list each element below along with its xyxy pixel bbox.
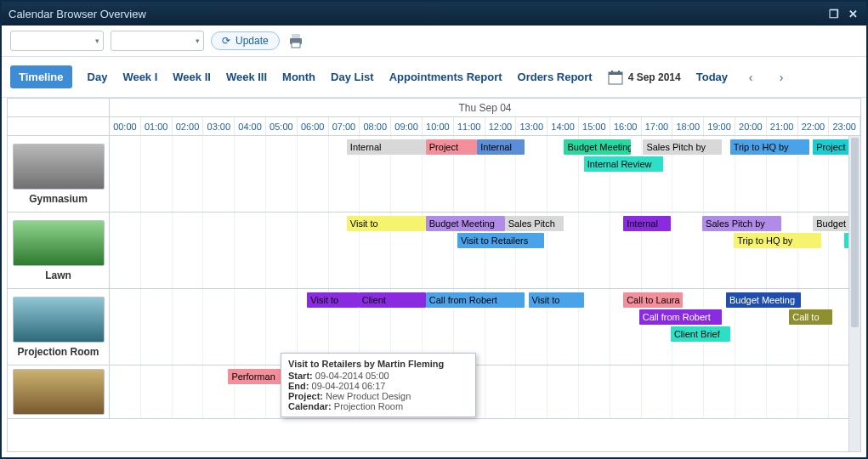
tab-week-ii[interactable]: Week II [173,71,211,83]
calendar-event[interactable]: Trip to HQ by [734,233,820,248]
tab-appointments-report[interactable]: Appointments Report [389,71,502,83]
update-label: Update [235,35,269,47]
tab-timeline[interactable]: Timeline [10,65,72,88]
print-button[interactable] [286,31,305,50]
vertical-scrollbar[interactable] [848,136,860,451]
resource-row: LawnVisit toBudget MeetingSales PitchInt… [8,212,860,289]
tab-week-iii[interactable]: Week III [226,71,267,83]
tab-month[interactable]: Month [282,71,315,83]
calendar-event[interactable]: Internal [477,139,525,155]
toolbar: ▾ ▾ ⟳ Update [2,26,866,57]
hour-column: 00:00 [110,117,141,135]
chevron-down-icon: ▾ [95,37,99,45]
calendar-event[interactable]: Sales Pitch by [702,216,781,231]
prev-arrow-icon[interactable]: ‹ [743,70,758,85]
titlebar: Calendar Browser Overview ❐ ✕ [2,2,866,26]
calendar-event[interactable]: Sales Pitch by [643,139,722,155]
chevron-down-icon: ▾ [196,37,200,45]
resource-thumbnail [13,220,105,266]
filter-combo-1[interactable]: ▾ [10,31,104,51]
day-label: Thu Sep 04 [110,99,860,116]
tooltip-calendar: Projection Room [334,401,403,411]
tab-day[interactable]: Day [88,71,108,83]
close-icon[interactable]: ✕ [846,7,859,20]
hour-header: 00:0001:0002:0003:0004:0005:0006:0007:00… [8,117,860,136]
tooltip-end: 09-04-2014 06:17 [312,381,386,391]
calendar-event[interactable]: Visit to [307,292,358,308]
hours-container: 00:0001:0002:0003:0004:0005:0006:0007:00… [110,117,860,135]
calendar-event[interactable]: Budget Meeting [726,292,801,308]
calendar-event[interactable]: Client Brief [671,326,730,342]
calendar-event[interactable]: Call to [789,309,832,325]
hour-column: 02:00 [173,117,204,135]
hour-column: 08:00 [360,117,391,135]
hour-column: 15:00 [579,117,610,135]
resource-name: Projection Room [17,346,99,358]
calendar-event[interactable]: Project [426,139,477,155]
tooltip-project: New Product Design [326,391,411,401]
update-button[interactable]: ⟳ Update [211,31,280,50]
hour-column: 14:00 [547,117,579,135]
tooltip-start: 09-04-2014 05:00 [315,371,389,381]
resource-cell[interactable]: Projection Room [8,289,110,365]
date-picker[interactable]: 4 Sep 2014 [608,70,681,85]
tooltip-end-label: End: [288,381,309,391]
timeline-area[interactable]: Visit toClientCall from RobertVisit toCa… [110,289,860,365]
resource-row: GymnasiumInternalProjectInternalBudget M… [8,136,860,212]
calendar-event[interactable]: Sales Pitch [505,216,564,231]
tab-orders-report[interactable]: Orders Report [518,71,593,83]
calendar-event[interactable]: Call to Laura [623,292,683,308]
hour-column: 04:00 [235,117,266,135]
calendar-event[interactable]: Visit to Retailers [457,233,544,248]
resource-cell[interactable]: Gymnasium [8,136,110,212]
current-date: 4 Sep 2014 [628,71,681,83]
resource-cell[interactable] [8,366,110,418]
timeline-area[interactable]: Visit toBudget MeetingSales PitchInterna… [110,212,860,288]
hour-column: 23:00 [829,117,860,135]
calendar-event[interactable]: Visit to [529,292,584,308]
next-arrow-icon[interactable]: › [774,70,789,85]
calendar-event[interactable]: Call from Robert [639,309,723,325]
timeline-area[interactable]: InternalProjectInternalBudget MeetingSal… [110,136,860,212]
tooltip-start-label: Start: [288,371,313,381]
hour-column: 09:00 [391,117,423,135]
calendar-event[interactable]: Client [359,292,426,308]
calendar-event[interactable]: Call from Robert [426,292,525,308]
hour-column: 10:00 [423,117,454,135]
refresh-icon: ⟳ [222,35,230,47]
hour-column: 07:00 [329,117,360,135]
resource-thumbnail [13,144,105,190]
calendar-event[interactable]: Internal [623,216,671,231]
resource-thumbnail [13,297,105,343]
event-tooltip: Visit to Retailers by Martin Fleming Sta… [281,353,476,417]
view-tabs: TimelineDayWeek IWeek IIWeek IIIMonthDay… [2,57,866,98]
svg-rect-4 [609,72,622,75]
today-button[interactable]: Today [696,71,728,83]
calendar-event[interactable]: Visit to [347,216,426,231]
timeline-area[interactable]: Performan [110,366,860,418]
hour-column: 20:00 [735,117,767,135]
resource-name: Gymnasium [29,193,88,205]
scrollbar-thumb[interactable] [851,138,859,327]
tab-day-list[interactable]: Day List [331,71,374,83]
hour-column: 19:00 [704,117,735,135]
maximize-icon[interactable]: ❐ [827,7,841,20]
filter-combo-2[interactable]: ▾ [111,31,204,51]
calendar-event[interactable]: Budget Meeting [426,216,505,231]
day-header: Thu Sep 04 [8,99,860,117]
calendar-icon [608,70,623,85]
resource-name: Lawn [45,269,71,281]
tab-week-i[interactable]: Week I [122,71,157,83]
calendar-event[interactable]: Budget Meeting [564,139,631,155]
hour-column: 03:00 [203,117,235,135]
tooltip-calendar-label: Calendar: [288,401,332,411]
resource-thumbnail [13,369,105,415]
calendar-event[interactable]: Trip to HQ by [730,139,809,155]
resource-cell[interactable]: Lawn [8,212,110,288]
svg-rect-1 [292,34,300,38]
calendar-event[interactable]: Internal [347,139,426,155]
calendar-event[interactable]: Internal Review [584,156,663,172]
hour-column: 12:00 [485,117,517,135]
printer-icon [287,33,304,48]
hour-column: 17:00 [642,117,673,135]
